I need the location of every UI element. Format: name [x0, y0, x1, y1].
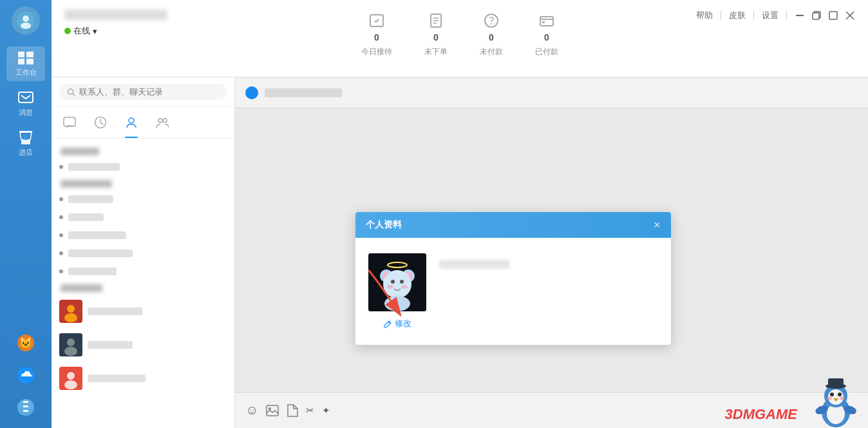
close-button[interactable]	[845, 10, 855, 21]
list-item[interactable]	[52, 208, 234, 226]
stat-icon-noorder	[428, 13, 444, 28]
svg-line-35	[73, 93, 75, 95]
sidebar-item-message[interactable]: 消息	[6, 86, 45, 121]
contact-name	[88, 374, 146, 382]
sidebar-cloud-icon[interactable]	[12, 361, 40, 389]
contact-bullet	[59, 197, 63, 201]
contact-name	[68, 163, 120, 171]
svg-rect-9	[21, 140, 30, 144]
maximize-button[interactable]	[828, 10, 838, 21]
modal-username	[439, 260, 510, 269]
message-icon	[17, 91, 34, 105]
arrow-pointer	[362, 264, 439, 328]
svg-point-34	[68, 88, 73, 93]
svg-rect-10	[24, 135, 28, 140]
tab-group[interactable]	[152, 112, 173, 133]
svg-point-48	[67, 372, 75, 380]
search-input[interactable]	[79, 87, 219, 97]
svg-point-24	[491, 23, 492, 24]
shop-icon	[17, 131, 34, 145]
sidebar-item-workbench[interactable]: 工作台	[6, 46, 45, 81]
stat-value-paid: 0	[544, 32, 549, 43]
svg-rect-17	[23, 410, 28, 412]
svg-rect-5	[18, 59, 24, 64]
contact-tabs	[52, 107, 234, 139]
search-input-wrap[interactable]	[59, 84, 227, 100]
contact-bullet	[59, 215, 63, 219]
online-status: 在线 ▾	[64, 25, 167, 37]
sidebar-user-avatar[interactable]	[12, 6, 40, 35]
tab-recent[interactable]	[90, 112, 111, 133]
svg-rect-3	[18, 52, 24, 57]
stat-unpaid: 0 未付款	[480, 13, 503, 57]
topbar-user-info: 在线 ▾	[64, 10, 167, 37]
help-link[interactable]: 帮助	[696, 10, 713, 21]
list-item[interactable]	[52, 362, 234, 395]
svg-rect-28	[796, 15, 804, 16]
app-container: 工作台 消息 进店	[0, 0, 868, 428]
svg-rect-7	[19, 92, 33, 102]
svg-rect-27	[542, 21, 545, 23]
stat-no-order: 0 未下单	[424, 13, 448, 57]
topbar-stats: 0 今日接待 0 未下单	[361, 13, 558, 57]
svg-rect-4	[26, 52, 33, 57]
contact-name	[68, 231, 126, 239]
svg-point-43	[64, 313, 77, 322]
stat-label-paid: 已付款	[535, 46, 558, 57]
sidebar-notification-icon[interactable]: 🐱	[12, 329, 40, 357]
divider-2	[753, 11, 754, 20]
main-area: 在线 ▾ 0 今日接待	[52, 0, 868, 428]
contact-list	[52, 139, 234, 428]
tab-contacts[interactable]	[121, 112, 142, 133]
skin-link[interactable]: 皮肤	[729, 10, 746, 21]
modal-overlay: 个人资料 ×	[235, 77, 868, 428]
sidebar-item-shop[interactable]: 进店	[6, 126, 45, 161]
contact-name	[88, 341, 133, 349]
workbench-icon	[17, 51, 34, 65]
svg-point-38	[129, 118, 134, 123]
list-item[interactable]	[52, 295, 234, 328]
sidebar-settings-icon[interactable]	[12, 393, 40, 422]
modal-header: 个人资料 ×	[355, 212, 671, 238]
right-panel: ☺ ✂ ✦	[235, 77, 868, 428]
watermark: 3DMGAME	[725, 406, 797, 423]
stat-icon-unpaid	[484, 13, 499, 28]
shop-label: 进店	[19, 148, 33, 157]
contact-bullet	[59, 165, 63, 169]
stat-label-today: 今日接待	[361, 46, 392, 57]
svg-point-46	[64, 347, 77, 356]
list-item[interactable]	[52, 158, 234, 176]
modal-close-button[interactable]: ×	[654, 219, 661, 232]
list-item[interactable]	[52, 190, 234, 208]
minimize-button[interactable]	[795, 10, 805, 21]
stat-paid: 0 已付款	[535, 13, 558, 57]
contact-name	[68, 213, 104, 221]
restore-button[interactable]	[811, 10, 822, 21]
contact-name	[88, 307, 142, 315]
stat-label-unpaid: 未付款	[480, 46, 503, 57]
svg-point-49	[64, 380, 77, 389]
list-item[interactable]	[52, 244, 234, 262]
contact-name	[68, 195, 113, 203]
list-item[interactable]	[52, 226, 234, 244]
svg-rect-36	[64, 117, 75, 126]
stat-today-served: 0 今日接待	[361, 13, 392, 57]
svg-point-2	[21, 23, 31, 29]
list-item[interactable]	[52, 262, 234, 280]
search-section	[52, 77, 234, 107]
svg-rect-6	[26, 59, 33, 64]
svg-point-42	[67, 305, 75, 313]
status-chevron[interactable]: ▾	[93, 26, 97, 36]
divider-3	[786, 11, 787, 20]
sidebar-bottom-section: 🐱	[12, 329, 40, 422]
workbench-label: 工作台	[15, 68, 37, 77]
contact-avatar	[59, 300, 82, 323]
username-display	[64, 10, 167, 20]
svg-rect-8	[19, 131, 32, 133]
tab-chat[interactable]	[59, 112, 80, 133]
settings-link[interactable]: 设置	[762, 10, 778, 21]
stat-icon-today	[369, 13, 384, 28]
list-item[interactable]	[52, 328, 234, 362]
divider-1	[721, 11, 721, 20]
stat-value-noorder: 0	[433, 32, 439, 43]
